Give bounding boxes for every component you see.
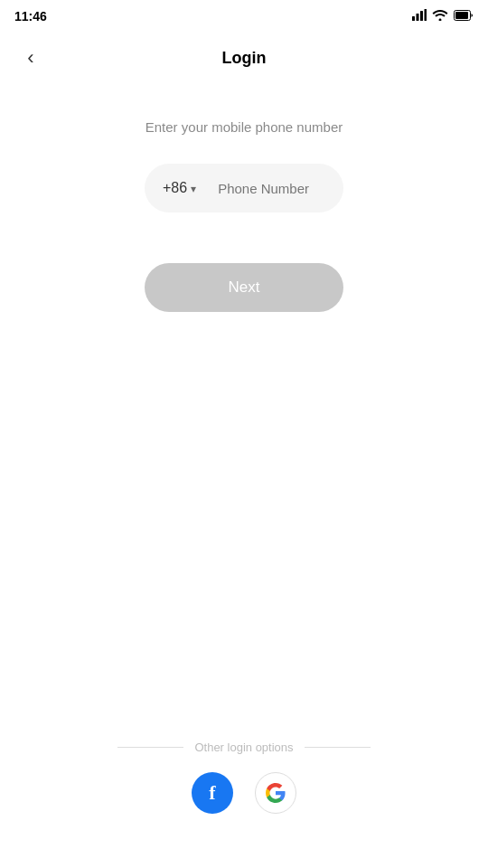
other-login-options: Other login options (117, 741, 371, 754)
chevron-down-icon: ▾ (191, 183, 196, 195)
svg-rect-0 (412, 16, 415, 21)
status-time: 11:46 (14, 9, 47, 24)
social-buttons: f (192, 772, 296, 814)
phone-input-container: +86 ▾ (145, 164, 343, 212)
country-code-text: +86 (163, 180, 187, 196)
facebook-login-button[interactable]: f (192, 772, 233, 814)
bottom-section: Other login options f (0, 741, 488, 814)
other-login-text: Other login options (194, 741, 293, 754)
divider-right (305, 747, 371, 748)
google-login-button[interactable] (255, 772, 296, 814)
country-code-selector[interactable]: +86 ▾ (163, 180, 196, 196)
header: ‹ Login (0, 33, 488, 83)
google-icon (265, 782, 286, 804)
next-button[interactable]: Next (145, 263, 343, 312)
svg-rect-3 (425, 9, 427, 21)
back-button[interactable]: ‹ (14, 42, 47, 74)
instruction-text: Enter your mobile phone number (145, 119, 343, 135)
battery-icon (454, 10, 474, 24)
status-icons (412, 9, 474, 24)
divider-left (117, 747, 183, 748)
page-title: Login (222, 49, 267, 68)
signal-icon (412, 9, 427, 24)
main-content: Enter your mobile phone number +86 ▾ Nex… (0, 83, 488, 330)
facebook-icon: f (209, 781, 215, 805)
phone-number-input[interactable] (218, 181, 389, 196)
wifi-icon (432, 9, 448, 24)
svg-rect-2 (420, 11, 423, 21)
status-bar: 11:46 (0, 0, 488, 33)
back-arrow-icon: ‹ (27, 46, 33, 70)
svg-rect-1 (417, 14, 419, 21)
svg-rect-5 (455, 12, 468, 19)
